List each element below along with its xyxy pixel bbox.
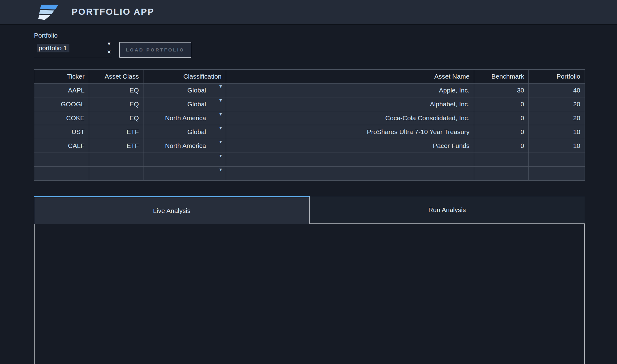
header-bar: PORTFOLIO APP Portfolio Reports [0,0,617,25]
caret-down-icon[interactable]: ▼ [218,98,223,103]
cell-benchmark[interactable]: 0 [474,139,529,153]
cell-asset-class[interactable]: ETF [89,125,143,139]
caret-down-icon[interactable]: ▼ [218,139,223,144]
cell-ticker[interactable] [34,153,89,167]
cell-classification[interactable]: Global▼ [143,97,226,111]
cell-ticker[interactable]: CALF [34,139,89,153]
table-row: UST ETF Global▼ ProShares Ultra 7-10 Yea… [34,125,585,139]
cell-benchmark[interactable]: 0 [474,125,529,139]
table-row: ▼ [34,153,585,167]
analysis-panel: Simulated Portfolio Optimization based o… [34,224,585,364]
cell-classification[interactable]: North America▼ [143,139,226,153]
cell-ticker[interactable]: AAPL [34,84,89,97]
caret-down-icon[interactable]: ▼ [218,153,223,158]
cell-asset-class[interactable]: EQ [89,84,143,97]
cell-portfolio[interactable]: 20 [529,97,585,111]
cell-asset-name[interactable]: Pacer Funds [226,139,474,153]
column-header-ticker: Ticker [34,70,89,84]
cell-asset-name[interactable]: Apple, Inc. [226,84,474,97]
cell-asset-name[interactable] [226,167,474,181]
caret-down-icon[interactable]: ▼ [218,125,223,130]
table-row: CALF ETF North America▼ Pacer Funds 0 10 [34,139,585,153]
cell-asset-class[interactable] [89,167,143,181]
cell-asset-name[interactable]: ProShares Ultra 7-10 Year Treasury [226,125,474,139]
column-header-portfolio: Portfolio [529,70,585,84]
cell-asset-name[interactable] [226,153,474,167]
assets-table: Ticker Asset Class Classification Asset … [34,69,585,181]
cell-classification[interactable]: ▼ [143,167,226,181]
table-row: GOOGL EQ Global▼ Alphabet, Inc. 0 20 [34,97,585,111]
cell-benchmark[interactable] [474,153,529,167]
portfolio-app-page: PORTFOLIO APP Portfolio Reports Portfoli… [0,0,617,364]
cell-portfolio[interactable] [529,153,585,167]
cell-asset-class[interactable] [89,153,143,167]
column-header-asset-class: Asset Class [89,70,143,84]
caret-down-icon[interactable]: ▼ [107,41,111,46]
table-row: AAPL EQ Global▼ Apple, Inc. 30 40 [34,84,585,97]
tab-live-analysis[interactable]: Live Analysis [34,196,310,224]
cell-asset-class[interactable]: EQ [89,111,143,125]
cell-portfolio[interactable]: 20 [529,111,585,125]
select-underline [34,57,112,57]
portfolio-picker-label: Portfolio [34,32,58,39]
caret-down-icon[interactable]: ▼ [218,112,223,117]
table-row: ▼ [34,167,585,181]
column-header-classification: Classification [143,70,226,84]
cell-benchmark[interactable]: 30 [474,84,529,97]
column-header-benchmark: Benchmark [474,70,529,84]
cell-asset-class[interactable]: EQ [89,97,143,111]
column-header-asset-name: Asset Name [226,70,474,84]
cell-portfolio[interactable]: 10 [529,125,585,139]
table-row: COKE EQ North America▼ Coca-Cola Consoli… [34,111,585,125]
app-logo-icon [36,4,60,20]
cell-ticker[interactable]: GOOGL [34,97,89,111]
clear-icon[interactable]: × [107,48,111,56]
cell-benchmark[interactable]: 0 [474,111,529,125]
cell-portfolio[interactable]: 40 [529,84,585,97]
cell-portfolio[interactable] [529,167,585,181]
load-portfolio-button[interactable]: LOAD PORTFOLIO [119,42,191,58]
cell-classification[interactable]: Global▼ [143,84,226,97]
app-title: PORTFOLIO APP [72,7,154,17]
cell-ticker[interactable]: UST [34,125,89,139]
cell-portfolio[interactable]: 10 [529,139,585,153]
cell-ticker[interactable] [34,167,89,181]
caret-down-icon[interactable]: ▼ [218,84,223,89]
cell-ticker[interactable]: COKE [34,111,89,125]
cell-asset-name[interactable]: Coca-Cola Consolidated, Inc. [226,111,474,125]
analysis-tabs: Live Analysis Run Analysis [34,196,585,224]
caret-down-icon[interactable]: ▼ [218,167,223,172]
cell-classification[interactable]: ▼ [143,153,226,167]
cell-asset-name[interactable]: Alphabet, Inc. [226,97,474,111]
portfolio-select[interactable]: portfolio 1 [37,44,69,52]
cell-benchmark[interactable]: 0 [474,97,529,111]
table-header-row: Ticker Asset Class Classification Asset … [34,70,585,84]
cell-benchmark[interactable] [474,167,529,181]
cell-asset-class[interactable]: ETF [89,139,143,153]
cell-classification[interactable]: North America▼ [143,111,226,125]
tab-run-analysis[interactable]: Run Analysis [310,196,585,224]
cell-classification[interactable]: Global▼ [143,125,226,139]
